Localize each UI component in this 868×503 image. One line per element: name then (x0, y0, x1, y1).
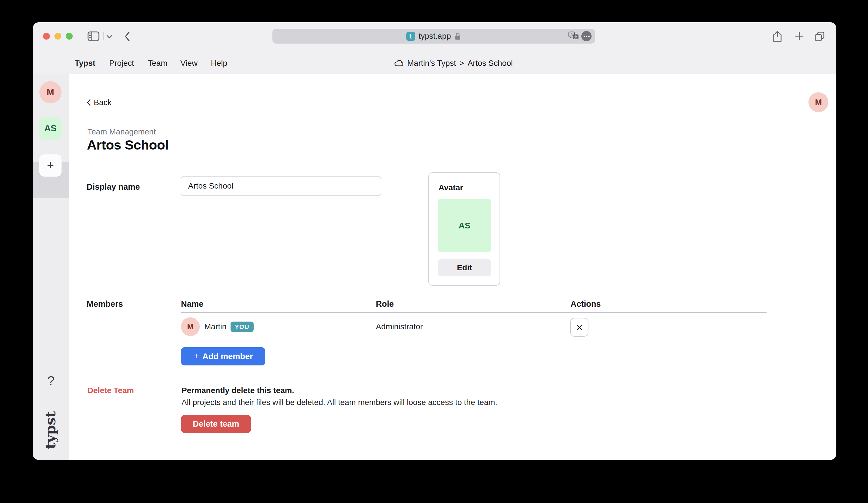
remove-member-button[interactable] (570, 318, 588, 337)
sidebar-add-team-button[interactable]: + (39, 154, 62, 177)
share-icon[interactable] (773, 31, 782, 42)
sidebar-item-team-as[interactable]: AS (39, 117, 62, 139)
team-avatar-preview: AS (438, 199, 491, 252)
breadcrumb-separator: > (459, 59, 464, 68)
breadcrumb: Martin's Typst > Artos School (394, 59, 513, 67)
tab-overview-icon[interactable] (814, 31, 825, 42)
column-header-role: Role (376, 299, 394, 309)
svg-text:文: 文 (574, 35, 578, 39)
delete-team-button[interactable]: Delete team (181, 415, 251, 433)
close-window-button[interactable] (43, 33, 50, 40)
you-badge: YOU (230, 322, 254, 332)
table-divider (181, 312, 766, 313)
menu-project[interactable]: Project (109, 59, 134, 67)
browser-chrome: t typst.app A 文 (33, 22, 836, 74)
delete-team-description: All projects and their files will be del… (182, 398, 497, 407)
menu-team[interactable]: Team (148, 59, 167, 67)
avatar-card-title: Avatar (438, 183, 463, 192)
member-name: Martin (204, 322, 227, 331)
member-role: Administrator (376, 322, 423, 331)
close-icon (576, 324, 583, 331)
more-options-icon[interactable] (581, 31, 592, 41)
help-icon[interactable]: ? (33, 374, 69, 388)
cloud-icon (394, 60, 404, 67)
delete-team-title: Permanently delete this team. (182, 386, 294, 395)
menu-help[interactable]: Help (211, 59, 227, 67)
chevron-down-icon[interactable] (106, 35, 113, 39)
back-link[interactable]: Back (86, 98, 111, 107)
plus-icon: + (193, 351, 199, 362)
back-label: Back (94, 98, 111, 107)
page-title: Artos School (87, 137, 168, 153)
typst-logo: typst (42, 407, 59, 453)
toolbar-divider (103, 32, 104, 40)
translate-icon[interactable]: A 文 (568, 31, 579, 41)
display-name-input[interactable] (181, 176, 381, 196)
site-favicon: t (406, 32, 415, 41)
address-url: typst.app (418, 32, 451, 41)
zoom-window-button[interactable] (66, 33, 73, 40)
menu-typst[interactable]: Typst (75, 59, 95, 67)
breadcrumb-workspace[interactable]: Martin's Typst (407, 59, 456, 68)
chevron-left-icon (86, 99, 91, 106)
svg-text:A: A (570, 32, 573, 37)
column-header-name: Name (181, 299, 204, 309)
avatar-card: Avatar AS Edit (428, 172, 500, 286)
menu-view[interactable]: View (180, 59, 197, 67)
display-name-label: Display name (87, 182, 140, 192)
column-header-actions: Actions (570, 299, 601, 309)
members-label: Members (87, 299, 123, 309)
breadcrumb-team[interactable]: Artos School (468, 59, 513, 68)
new-tab-icon[interactable] (795, 32, 804, 41)
browser-window: t typst.app A 文 (33, 22, 836, 460)
member-avatar: M (181, 317, 200, 336)
sidebar-toggle-icon[interactable] (87, 31, 100, 42)
section-eyebrow: Team Management (87, 127, 156, 136)
sidebar-item-user-m[interactable]: M (39, 81, 62, 103)
back-arrow-icon[interactable] (123, 31, 131, 42)
minimize-window-button[interactable] (54, 33, 61, 40)
delete-team-label: Delete Team (87, 386, 134, 395)
edit-avatar-button[interactable]: Edit (438, 259, 491, 276)
user-avatar[interactable]: M (808, 92, 828, 112)
lock-icon (454, 32, 461, 40)
add-member-button[interactable]: + Add member (181, 347, 265, 365)
address-bar[interactable]: t typst.app A 文 (272, 29, 595, 44)
